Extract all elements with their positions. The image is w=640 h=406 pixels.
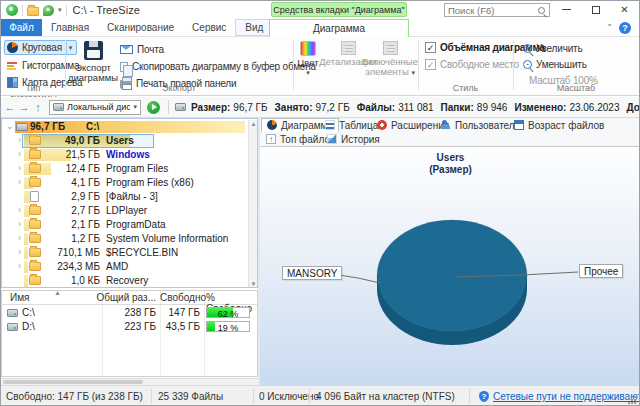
histogram-icon — [7, 60, 18, 71]
tree-vertical-scrollbar[interactable]: ▲ ▼ — [248, 120, 258, 288]
tree-row[interactable]: › 1,2 ГБ System Volume Information — [2, 232, 245, 246]
header-name[interactable]: Имя — [10, 292, 29, 303]
feedback-icon[interactable] — [43, 5, 54, 16]
treesize-logo-icon — [6, 4, 18, 16]
expand-icon[interactable]: › — [18, 177, 26, 187]
list-icon — [325, 120, 335, 130]
pie-chart-type-button[interactable]: Круговая ▾ — [4, 40, 77, 55]
header-free[interactable]: Свободно — [160, 292, 200, 303]
search-input[interactable] — [445, 5, 538, 16]
group-label-export: Экспорт — [65, 83, 293, 93]
back-button[interactable]: ← — [3, 101, 17, 113]
tree-row[interactable]: › 234,3 МБ AMD — [2, 260, 245, 274]
drive-row-d[interactable]: D:\ 223 ГБ 43,5 ГБ 19 % — [2, 320, 257, 334]
expand-icon[interactable]: › — [18, 219, 26, 229]
copy-chart-button[interactable]: Скопировать диаграмму в буфер обмена — [120, 59, 316, 74]
drive-icon — [16, 123, 28, 131]
expand-icon[interactable]: › — [18, 233, 26, 243]
scroll-up-icon[interactable]: ▲ — [249, 121, 258, 127]
tab-home[interactable]: Главная — [42, 19, 98, 36]
up-button[interactable]: ↑ — [31, 101, 45, 113]
free-percent-bar: 19 % — [206, 321, 250, 332]
free-space-checkbox[interactable]: ✓ Свободное место — [425, 59, 519, 70]
tab-chart-contextual[interactable]: Диаграмма — [269, 19, 409, 37]
tab-view[interactable]: Вид — [235, 19, 273, 36]
expand-icon[interactable]: › — [18, 261, 26, 271]
collapse-ribbon-icon[interactable]: ⌃ — [606, 23, 613, 32]
divider — [66, 5, 67, 16]
expand-icon[interactable]: › — [18, 163, 26, 173]
size-bar — [24, 275, 28, 287]
top-files-icon: ↑ — [266, 134, 276, 144]
tree-row[interactable]: › 21,5 ГБ Windows — [2, 148, 245, 162]
drive-combobox[interactable]: Локальный диск (C:) ▾ — [49, 100, 141, 115]
expand-icon[interactable]: › — [18, 149, 26, 159]
included-elements-button-disabled: Включённые элементы ▾ — [365, 39, 415, 78]
combo-caret-icon[interactable]: ▾ — [133, 103, 137, 111]
resize-grip[interactable] — [628, 396, 636, 404]
tree-row[interactable]: › 2,7 ГБ LDPlayer — [2, 204, 245, 218]
tab-history[interactable]: История — [322, 132, 385, 146]
drive-icon — [175, 103, 186, 111]
zoom-out-button[interactable]: - Уменьшить — [523, 57, 587, 72]
quick-access-caret-icon[interactable]: ▾ — [58, 6, 62, 14]
tab-scan[interactable]: Сканирование — [98, 19, 183, 36]
mail-button[interactable]: Почта — [120, 42, 164, 57]
horizontal-scrollbar[interactable] — [1, 378, 258, 385]
expand-icon[interactable]: › — [18, 205, 26, 215]
divider — [22, 5, 23, 16]
drive-row-c[interactable]: C:\ 238 ГБ 147 ГБ 62 % — [2, 306, 257, 320]
minimize-button[interactable] — [552, 1, 581, 18]
network-paths-link[interactable]: Сетевые пути не поддерживаются. — [493, 391, 640, 402]
scrollbar-thumb[interactable] — [3, 380, 143, 384]
collapse-icon[interactable]: ⌄ — [6, 121, 14, 131]
header-total-size[interactable]: Общий раз... — [90, 292, 156, 303]
status-excluded: 0 Исключено — [259, 391, 319, 402]
contextual-tab-header: Средства вкладки "Диаграмма" — [271, 2, 407, 17]
open-folder-icon[interactable] — [27, 7, 39, 16]
start-scan-button[interactable] — [147, 101, 160, 114]
sort-asc-icon: ▲ — [54, 289, 61, 296]
tree-row-files[interactable]: 2,9 ГБ [Файлы - 3] — [2, 190, 245, 204]
checkbox-checked-icon[interactable]: ✓ — [425, 42, 436, 53]
free-percent-bar: 62 % — [206, 307, 250, 318]
tab-file[interactable]: Файл — [1, 19, 42, 36]
tree-row-root[interactable]: ⌄ 96,7 ГБ C:\ — [2, 120, 245, 134]
export-chart-button[interactable]: Экспорт диаграммы — [69, 39, 117, 83]
folder-icon — [29, 248, 41, 257]
main-area: ⌄ 96,7 ГБ C:\ › 49,0 ГБ Users › 21,5 ГБ … — [1, 118, 639, 385]
checkbox-checked-icon[interactable]: ✓ — [425, 59, 436, 70]
group-label-scale: Масштаб — [513, 83, 639, 93]
forward-button[interactable]: → — [17, 101, 31, 113]
scroll-down-icon[interactable]: ▼ — [249, 281, 258, 287]
tree-row[interactable]: › 710,1 МБ $RECYCLE.BIN — [2, 246, 245, 260]
color-dropdown-caret[interactable]: ▾ — [306, 68, 310, 78]
status-files: 25 339 Файлы — [158, 391, 223, 402]
right-panel-tabs: Диаграмма Таблица Расширения Пользовател… — [260, 118, 640, 146]
scan-toolbar: ← → ↑ Локальный диск (C:) ▾ Размер:96,7 … — [1, 97, 639, 118]
help-icon[interactable]: ? — [619, 22, 631, 34]
history-chart-icon — [327, 134, 337, 144]
folder-icon — [29, 164, 41, 173]
tree-row[interactable]: › 12,4 ГБ Program Files — [2, 162, 245, 176]
ribbon-tab-row: Файл Главная Сканирование Сервис Вид Спр… — [1, 19, 639, 37]
ribbon: Круговая ▾ Гистограмма Карта дерева Тип … — [1, 37, 639, 96]
slice-label-other[interactable]: Прочее — [579, 264, 623, 278]
maximize-button[interactable] — [581, 1, 610, 18]
tree-row[interactable]: › 4,1 ГБ Program Files (x86) — [2, 176, 245, 190]
search-box[interactable] — [444, 3, 550, 17]
tree-row-selected[interactable]: › 49,0 ГБ Users — [2, 134, 245, 148]
drive-icon — [7, 309, 18, 317]
tree-row[interactable]: 1,0 КБ Recovery — [2, 274, 245, 288]
zoom-in-button[interactable]: + Увеличить — [523, 41, 582, 56]
folder-tree: ⌄ 96,7 ГБ C:\ › 49,0 ГБ Users › 21,5 ГБ … — [1, 118, 258, 288]
tree-row[interactable]: › 2,1 ГБ ProgramData — [2, 218, 245, 232]
expand-icon[interactable]: › — [18, 247, 26, 257]
close-button[interactable]: ✕ — [610, 1, 639, 18]
drive-list: Имя ▲ Общий раз... Свободно % Свободно C… — [1, 290, 258, 377]
tab-file-age[interactable]: Возраст файлов — [509, 118, 609, 132]
drive-list-header: Имя ▲ Общий раз... Свободно % Свободно — [2, 291, 257, 305]
slice-label-mansory[interactable]: MANSORY — [282, 266, 342, 280]
tab-tools[interactable]: Сервис — [183, 19, 235, 36]
expand-icon[interactable]: › — [18, 135, 26, 145]
